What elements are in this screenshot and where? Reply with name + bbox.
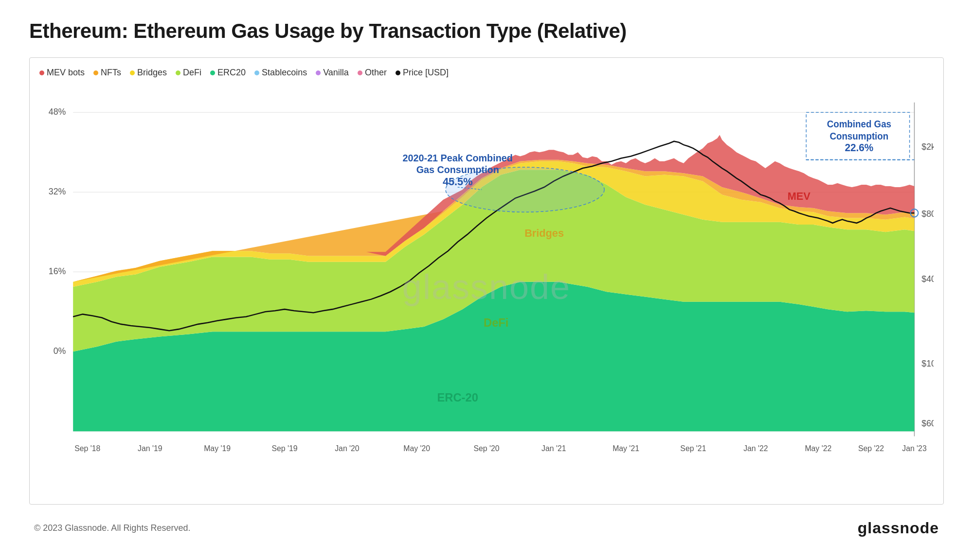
chart-container: MEV botsNFTsBridgesDeFiERC20StablecoinsV… — [29, 57, 944, 505]
legend-item-stablecoins: Stablecoins — [254, 68, 307, 78]
svg-text:Sep '18: Sep '18 — [74, 444, 100, 453]
legend-label: Price [USD] — [403, 68, 449, 78]
svg-text:Sep '21: Sep '21 — [680, 444, 706, 453]
legend-item-nfts: NFTs — [93, 68, 121, 78]
svg-text:0%: 0% — [54, 346, 66, 356]
legend-label: Vanilla — [323, 68, 349, 78]
legend-item-defi: DeFi — [176, 68, 201, 78]
svg-text:May '20: May '20 — [403, 444, 430, 453]
legend-item-vanilla: Vanilla — [316, 68, 349, 78]
svg-text:Jan '22: Jan '22 — [743, 444, 768, 453]
chart-area: glassnode 48% 32% 16% 0% $2k $800 $400 $… — [39, 88, 934, 486]
footer: © 2023 Glassnode. All Rights Reserved. g… — [29, 519, 944, 537]
svg-text:Jan '20: Jan '20 — [335, 444, 359, 453]
svg-text:Sep '20: Sep '20 — [473, 444, 499, 453]
legend-label: Bridges — [137, 68, 167, 78]
legend-item-other: Other — [358, 68, 387, 78]
svg-text:48%: 48% — [49, 107, 66, 117]
footer-copyright: © 2023 Glassnode. All Rights Reserved. — [34, 523, 190, 533]
svg-text:Sep '22: Sep '22 — [858, 444, 884, 453]
svg-text:Consumption: Consumption — [829, 131, 888, 141]
svg-text:May '19: May '19 — [204, 444, 231, 453]
svg-text:Gas Consumption: Gas Consumption — [416, 164, 499, 175]
svg-text:Sep '19: Sep '19 — [271, 444, 297, 453]
footer-brand: glassnode — [858, 519, 939, 537]
legend-dot — [176, 70, 180, 75]
legend-label: DeFi — [183, 68, 201, 78]
svg-text:$100: $100 — [921, 359, 934, 368]
legend-label: MEV bots — [47, 68, 85, 78]
svg-text:Jan '19: Jan '19 — [138, 444, 162, 453]
svg-text:32%: 32% — [49, 187, 66, 196]
svg-text:Jan '23: Jan '23 — [902, 444, 926, 453]
legend-dot — [254, 70, 259, 75]
svg-text:Combined Gas: Combined Gas — [827, 119, 891, 129]
legend-label: NFTs — [101, 68, 121, 78]
legend-dot — [210, 70, 215, 75]
legend-label: Other — [365, 68, 387, 78]
chart-legend: MEV botsNFTsBridgesDeFiERC20StablecoinsV… — [39, 68, 934, 78]
svg-text:$2k: $2k — [921, 142, 934, 152]
page-title: Ethereum: Ethereum Gas Usage by Transact… — [29, 19, 944, 43]
legend-label: Stablecoins — [262, 68, 307, 78]
svg-text:Jan '21: Jan '21 — [541, 444, 566, 453]
legend-dot — [130, 70, 135, 75]
svg-text:MEV: MEV — [788, 190, 811, 202]
legend-dot — [39, 70, 44, 75]
legend-label: ERC20 — [217, 68, 246, 78]
svg-text:$60: $60 — [921, 419, 934, 428]
svg-text:DeFi: DeFi — [484, 316, 508, 329]
svg-text:Bridges: Bridges — [524, 227, 564, 239]
svg-text:2020-21 Peak Combined: 2020-21 Peak Combined — [403, 152, 513, 163]
svg-text:45.5%: 45.5% — [443, 175, 473, 188]
legend-item-mev-bots: MEV bots — [39, 68, 85, 78]
svg-text:16%: 16% — [49, 266, 66, 276]
legend-dot — [93, 70, 98, 75]
legend-item-bridges: Bridges — [130, 68, 167, 78]
legend-dot — [358, 70, 362, 75]
svg-text:$400: $400 — [921, 274, 934, 283]
legend-dot — [396, 70, 400, 75]
svg-text:ERC-20: ERC-20 — [437, 390, 478, 403]
legend-item-price--usd-: Price [USD] — [396, 68, 449, 78]
svg-text:May '21: May '21 — [613, 444, 639, 453]
chart-svg: 48% 32% 16% 0% $2k $800 $400 $100 $60 — [39, 88, 934, 486]
legend-dot — [316, 70, 321, 75]
svg-text:$800: $800 — [921, 209, 934, 219]
legend-item-erc20: ERC20 — [210, 68, 246, 78]
svg-text:May '22: May '22 — [805, 444, 831, 453]
svg-text:22.6%: 22.6% — [845, 142, 873, 153]
